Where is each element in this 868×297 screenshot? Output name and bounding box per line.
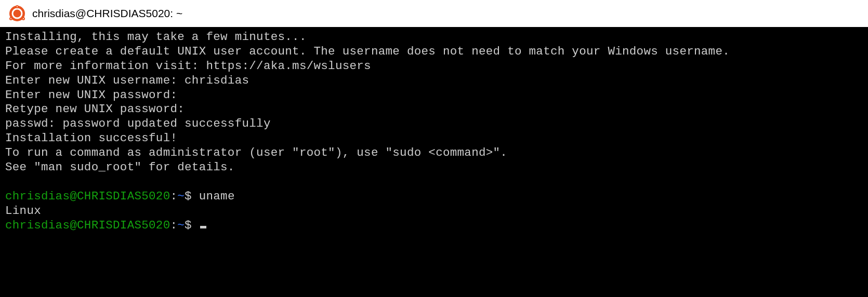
terminal-line: passwd: password updated successfully: [5, 117, 271, 130]
command-output: Linux: [5, 204, 41, 218]
prompt-userhost: chrisdias@CHRISDIAS5020: [5, 190, 170, 203]
cursor: [200, 226, 206, 228]
ubuntu-icon: [9, 6, 25, 21]
prompt-userhost: chrisdias@CHRISDIAS5020: [5, 219, 170, 232]
prompt-path: ~: [177, 190, 185, 203]
terminal-line: See "man sudo_root" for details.: [5, 160, 235, 174]
terminal-line: Installation successful!: [5, 131, 177, 145]
terminal-area[interactable]: Installing, this may take a few minutes.…: [0, 27, 868, 297]
prompt-dollar: $: [185, 190, 199, 203]
terminal-line: To run a command as administrator (user …: [5, 146, 507, 159]
window-titlebar[interactable]: chrisdias@CHRISDIAS5020: ~: [0, 0, 868, 27]
command-text: uname: [199, 190, 235, 203]
prompt-colon: :: [170, 190, 177, 203]
window-title: chrisdias@CHRISDIAS5020: ~: [32, 7, 182, 20]
prompt-dollar: $: [185, 219, 199, 232]
terminal-line: Retype new UNIX password:: [5, 102, 185, 116]
terminal-line: Installing, this may take a few minutes.…: [5, 30, 307, 44]
terminal-line: Enter new UNIX username: chrisdias: [5, 74, 249, 87]
prompt-path: ~: [177, 219, 185, 232]
terminal-line: Please create a default UNIX user accoun…: [5, 45, 730, 58]
terminal-line: For more information visit: https://aka.…: [5, 59, 371, 73]
terminal-line: Enter new UNIX password:: [5, 88, 177, 102]
prompt-colon: :: [170, 219, 177, 232]
